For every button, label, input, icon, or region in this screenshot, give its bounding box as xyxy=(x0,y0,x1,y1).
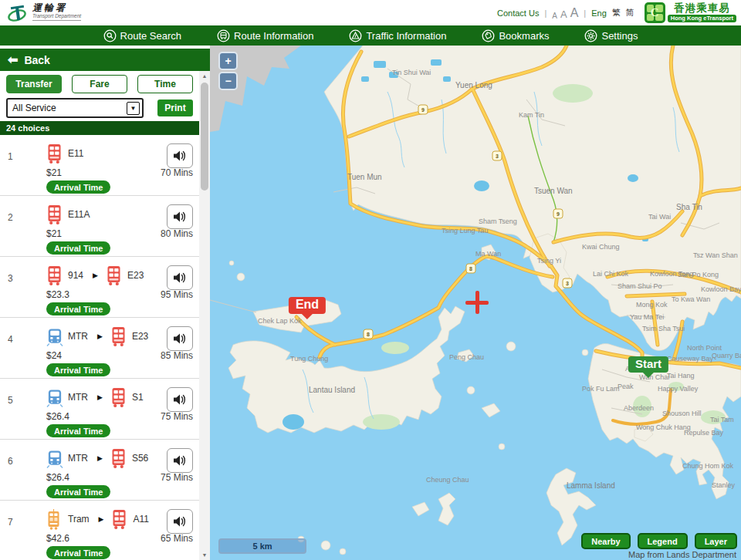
route-option[interactable]: 2 E11A $21 80 Mins Arrival Time xyxy=(0,196,199,257)
font-size-large-button[interactable]: A xyxy=(570,6,579,20)
speaker-button[interactable] xyxy=(167,143,193,168)
route-number: 4 xyxy=(8,325,46,378)
route-fare: $26.4 xyxy=(46,472,69,483)
nav-settings[interactable]: Settings xyxy=(584,29,638,42)
arrival-time-button[interactable]: Arrival Time xyxy=(46,485,110,498)
map-attribution: Map from Lands Department xyxy=(628,550,736,559)
map-label: San Po Kong xyxy=(678,271,719,278)
print-button[interactable]: Print xyxy=(157,100,193,116)
bus-icon xyxy=(217,29,230,42)
current-location-crosshair xyxy=(465,291,489,314)
route-option[interactable]: 3 914▶E23 $23.3 95 Mins Arrival Time xyxy=(0,257,199,318)
route-shield: 8 xyxy=(364,329,373,339)
speaker-button[interactable] xyxy=(167,448,193,473)
transfer-arrow-icon: ▶ xyxy=(99,515,104,523)
speaker-button[interactable] xyxy=(167,326,193,351)
nearby-button[interactable]: Nearby xyxy=(581,533,630,549)
route-code: MTR xyxy=(68,392,88,403)
zoom-out-button[interactable]: − xyxy=(218,72,238,90)
language-simplified-chinese[interactable]: 简 xyxy=(626,7,634,19)
arrival-time-button[interactable]: Arrival Time xyxy=(46,363,110,376)
font-size-medium-button[interactable]: A xyxy=(560,8,567,20)
nav-route-information[interactable]: Route Information xyxy=(217,29,313,42)
sidebar-scrollbar[interactable]: ▲ ▼ xyxy=(199,71,210,560)
arrival-time-button[interactable]: Arrival Time xyxy=(46,424,110,437)
map-buttons: Nearby Legend Layer xyxy=(581,533,737,549)
service-filter-select[interactable]: All Service ▼ xyxy=(6,98,144,118)
nav-item-label: Route Search xyxy=(120,30,182,42)
speaker-button[interactable] xyxy=(167,387,193,412)
route-code: E11A xyxy=(68,209,90,220)
route-duration: 75 Mins xyxy=(161,411,193,422)
traffic-icon xyxy=(349,29,362,42)
map-label: Tuen Mun xyxy=(347,173,382,181)
speaker-icon xyxy=(172,514,188,528)
speaker-button[interactable] xyxy=(167,204,193,229)
language-english[interactable]: Eng xyxy=(591,8,607,18)
route-code: S1 xyxy=(132,392,144,403)
speaker-icon xyxy=(172,210,188,224)
arrival-time-button[interactable]: Arrival Time xyxy=(46,180,110,194)
legend-button[interactable]: Legend xyxy=(638,533,688,549)
nav-item-label: Traffic Information xyxy=(366,30,446,42)
top-header: 運輸署 Transport Department Contact Us | A … xyxy=(0,0,741,25)
font-size-small-button[interactable]: A xyxy=(552,12,557,20)
speaker-button[interactable] xyxy=(167,509,193,534)
nav-item-label: Bookmarks xyxy=(499,30,549,42)
map-label: Wong Chuk Hang xyxy=(636,423,691,431)
map-label: Tai Tam xyxy=(710,416,734,423)
arrival-time-button[interactable]: Arrival Time xyxy=(46,302,110,315)
map-canvas[interactable]: 939838 Tin Shui WaiYuen LongKam TinTuen … xyxy=(210,46,741,560)
back-button-label: Back xyxy=(24,54,49,66)
etransport-title: 香港乘車易 xyxy=(674,3,730,14)
language-traditional-chinese[interactable]: 繁 xyxy=(612,7,621,19)
td-logo-subtitle: Transport Department xyxy=(32,14,81,21)
route-option[interactable]: 1 E11 $21 70 Mins Arrival Time xyxy=(0,135,199,196)
scroll-up-button[interactable]: ▲ xyxy=(199,71,210,81)
bus-icon xyxy=(111,509,127,530)
transport-department-logo-text: 運輸署 Transport Department xyxy=(32,3,81,21)
end-marker[interactable]: End xyxy=(289,297,326,314)
route-number: 6 xyxy=(8,447,46,500)
speaker-button[interactable] xyxy=(167,265,193,290)
map-label: Tsuen Wan xyxy=(534,187,573,195)
tab-fare[interactable]: Fare xyxy=(72,75,127,93)
map-label: Stanley xyxy=(712,481,736,489)
arrival-time-button[interactable]: Arrival Time xyxy=(46,241,110,255)
tab-time[interactable]: Time xyxy=(137,75,193,93)
layer-button[interactable]: Layer xyxy=(695,533,737,549)
route-option[interactable]: 4 MTR▶E23 $24 85 Mins Arrival Time xyxy=(0,318,199,379)
map-label: Chung Hom Kok xyxy=(682,462,734,470)
zoom-in-button[interactable]: + xyxy=(218,52,238,70)
nav-route-search[interactable]: Route Search xyxy=(103,29,182,42)
route-option[interactable]: 7 Tram▶A11 $42.6 65 Mins Arrival Time (I… xyxy=(0,501,199,560)
nav-traffic-information[interactable]: Traffic Information xyxy=(349,29,446,42)
search-icon xyxy=(103,29,117,42)
sort-tabs: Transfer Fare Time xyxy=(6,75,193,93)
map-label: Aberdeen xyxy=(624,404,654,412)
bus-icon xyxy=(46,143,63,164)
scrollbar-thumb[interactable] xyxy=(201,83,208,191)
bus-icon xyxy=(46,265,63,286)
map-label: Cheung Chau xyxy=(426,476,469,484)
map-label: Tai Wai xyxy=(648,213,671,221)
transport-department-logo-icon xyxy=(6,3,29,24)
etransport-logo[interactable]: C 香港乘車易 Hong Kong eTransport xyxy=(645,2,736,23)
contact-us-link[interactable]: Contact Us xyxy=(497,8,539,18)
route-number: 2 xyxy=(8,203,46,256)
nav-bookmarks[interactable]: Bookmarks xyxy=(482,29,549,42)
tab-transfer[interactable]: Transfer xyxy=(6,75,62,93)
mtr-icon xyxy=(46,447,63,469)
map-label: Shouson Hill xyxy=(662,410,702,417)
transport-department-logo[interactable]: 運輸署 Transport Department xyxy=(0,2,81,24)
route-option[interactable]: 5 MTR▶S1 $26.4 75 Mins Arrival Time xyxy=(0,379,199,440)
back-button[interactable]: ⬅ Back xyxy=(0,49,210,71)
route-option[interactable]: 6 MTR▶S56 $26.4 75 Mins Arrival Time xyxy=(0,440,199,501)
scroll-down-button[interactable]: ▼ xyxy=(199,550,210,560)
bus-icon xyxy=(110,447,127,469)
map-label: Tai Hang xyxy=(667,372,695,380)
etransport-logo-text: 香港乘車易 Hong Kong eTransport xyxy=(668,3,736,22)
start-marker[interactable]: Start xyxy=(628,356,668,373)
map-label: Tsing Lung Tau xyxy=(442,227,488,234)
arrival-time-button[interactable]: Arrival Time xyxy=(46,546,110,559)
